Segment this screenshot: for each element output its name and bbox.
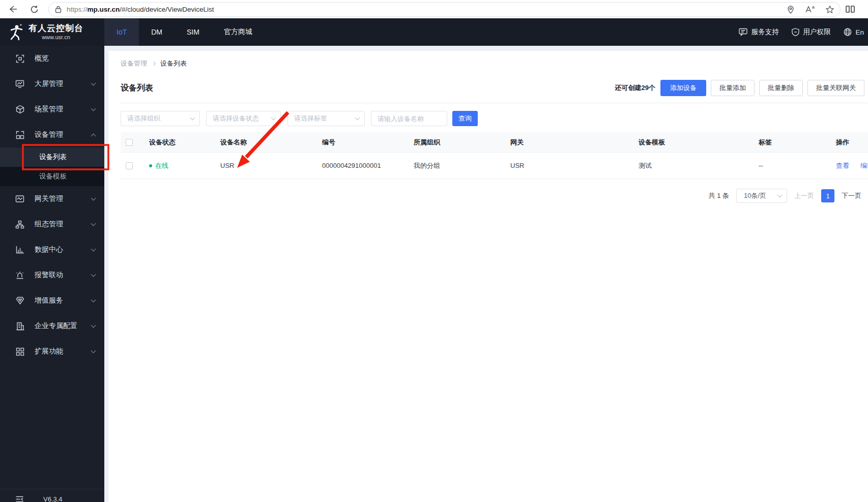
browser-refresh-icon[interactable]: [25, 2, 43, 17]
batch-link-gateway-button[interactable]: 批量关联网关: [807, 80, 864, 96]
breadcrumb-parent[interactable]: 设备管理: [121, 59, 147, 68]
device-quota-text: 还可创建29个: [615, 83, 655, 93]
read-aloud-icon[interactable]: [805, 6, 815, 13]
tab-sim[interactable]: SIM: [175, 18, 212, 46]
sidebar-item-scada-mgmt[interactable]: 组态管理: [0, 212, 104, 237]
col-header-gateway: 网关: [503, 138, 631, 147]
col-header-template: 设备模板: [631, 138, 751, 147]
breadcrumb-separator-icon: [152, 62, 156, 66]
browser-back-icon[interactable]: [4, 2, 21, 17]
page-1-button[interactable]: 1: [821, 189, 834, 202]
browser-toolbar: https://mp.usr.cn/#/cloud/device/ViewDev…: [0, 0, 868, 18]
device-name-cell: USR: [213, 162, 315, 169]
view-link[interactable]: 查看: [836, 161, 849, 170]
version-label: V6.3.4: [43, 495, 63, 502]
status-badge: 在线: [149, 161, 168, 170]
sidebar-item-extensions[interactable]: 扩展功能: [0, 339, 104, 364]
globe-icon: [844, 28, 852, 36]
device-gateway-cell: USR: [503, 162, 631, 169]
chevron-down-icon: [91, 323, 96, 328]
edit-link[interactable]: 编辑: [860, 161, 868, 170]
add-device-button[interactable]: 添加设备: [660, 80, 706, 96]
prev-page-button[interactable]: 上一页: [794, 191, 814, 200]
page-size-select[interactable]: 10条/页: [736, 189, 787, 203]
sidebar-item-scene-mgmt[interactable]: 场景管理: [0, 97, 104, 122]
device-mgmt-submenu: 设备列表 设备模板: [0, 147, 104, 186]
grid-apps-icon: [15, 347, 24, 356]
col-header-no: 编号: [315, 138, 407, 147]
sidebar-item-device-mgmt[interactable]: 设备管理: [0, 122, 104, 147]
sidebar-item-enterprise-config[interactable]: 企业专属配置: [0, 313, 104, 339]
chevron-down-icon: [91, 247, 96, 252]
filter-bar: 请选择组织 请选择设备状态 请选择标签 查询: [121, 111, 478, 126]
product-tabs: IoT DM SIM 官方商城: [104, 18, 265, 46]
pagination: 共 1 条 10条/页 上一页 1 下一页: [709, 188, 861, 203]
table-header-row: 设备状态 设备名称 编号 所属组织 网关 设备模板 标签 操作: [121, 132, 868, 153]
chevron-down-icon: [91, 196, 96, 201]
sidebar-footer: V6.3.4: [0, 489, 104, 502]
language-switch[interactable]: En: [844, 28, 864, 36]
device-org-cell: 我的分组: [407, 161, 503, 170]
device-status-select[interactable]: 请选择设备状态: [206, 111, 281, 126]
usr-logo-icon: [8, 23, 24, 41]
batch-add-button[interactable]: 批量添加: [711, 80, 755, 96]
breadcrumb-current: 设备列表: [160, 59, 187, 68]
chevron-down-icon: [91, 221, 96, 226]
device-no-cell: 0000004291000001: [315, 162, 407, 169]
batch-delete-button[interactable]: 批量删除: [759, 80, 803, 96]
device-template-cell: 测试: [631, 161, 751, 170]
chevron-down-icon: [91, 348, 96, 353]
badge-diamond-icon: [15, 296, 24, 305]
service-support-menu[interactable]: 服务支持: [739, 27, 778, 37]
chevron-down-icon: [91, 272, 96, 277]
chevron-down-icon: [91, 81, 96, 86]
row-checkbox[interactable]: [126, 162, 133, 169]
scene-cube-icon: [15, 105, 24, 114]
usr-logo[interactable]: 有人云控制台 www.usr.cn: [0, 18, 104, 46]
sidebar-item-overview[interactable]: 概览: [0, 46, 104, 71]
lock-icon: [55, 6, 62, 13]
sidebar-item-device-template[interactable]: 设备模板: [0, 167, 104, 186]
device-name-input[interactable]: [371, 111, 447, 126]
sidebar-item-device-list[interactable]: 设备列表: [0, 147, 104, 167]
sidebar-item-data-center[interactable]: 数据中心: [0, 237, 104, 262]
breadcrumb: 设备管理 设备列表: [121, 59, 187, 68]
favorite-star-icon[interactable]: [826, 6, 834, 13]
tab-dm[interactable]: DM: [139, 18, 175, 46]
tag-select[interactable]: 请选择标签: [287, 111, 365, 126]
col-header-tag: 标签: [751, 138, 829, 147]
big-screen-icon: [15, 79, 24, 88]
chevron-down-icon: [271, 115, 276, 121]
app-title: 有人云控制台: [28, 24, 83, 34]
chat-bubble-icon: [739, 28, 747, 36]
org-select[interactable]: 请选择组织: [121, 111, 200, 126]
col-header-name: 设备名称: [213, 138, 315, 147]
tab-mall[interactable]: 官方商城: [212, 18, 265, 46]
tab-iot[interactable]: IoT: [104, 18, 139, 46]
col-header-org: 所属组织: [407, 138, 503, 147]
shield-icon: [792, 28, 799, 36]
collapse-sidebar-icon[interactable]: [15, 495, 24, 502]
chevron-down-icon: [190, 115, 195, 121]
chevron-up-icon: [91, 133, 96, 138]
search-button[interactable]: 查询: [452, 111, 478, 126]
user-permission-menu[interactable]: 用户权限: [792, 27, 830, 37]
device-blocks-icon: [15, 130, 24, 139]
sidebar-item-screen-mgmt[interactable]: 大屏管理: [0, 71, 104, 97]
overview-icon: [15, 54, 24, 63]
top-navbar: 有人云控制台 www.usr.cn IoT DM SIM 官方商城 服务支持 用…: [0, 18, 868, 46]
location-pin-icon[interactable]: [787, 6, 794, 14]
alarm-siren-icon: [15, 271, 24, 280]
page-title: 设备列表: [121, 83, 615, 94]
address-bar[interactable]: https://mp.usr.cn/#/cloud/device/ViewDev…: [48, 2, 841, 17]
next-page-button[interactable]: 下一页: [842, 191, 861, 200]
sidebar-item-alarm-linkage[interactable]: 报警联动: [0, 262, 104, 288]
sidebar-item-value-services[interactable]: 增值服务: [0, 288, 104, 313]
usr-cloud-console: https://mp.usr.cn/#/cloud/device/ViewDev…: [0, 0, 868, 502]
section-divider: [121, 103, 868, 103]
sidebar: 概览 大屏管理 场景管理 设备管理 设备列表 设备模板 网关管理 组态: [0, 46, 104, 502]
select-all-checkbox[interactable]: [126, 139, 133, 146]
sidebar-item-gateway-mgmt[interactable]: 网关管理: [0, 186, 104, 212]
split-screen-icon[interactable]: [842, 2, 859, 17]
col-header-status: 设备状态: [142, 138, 213, 147]
